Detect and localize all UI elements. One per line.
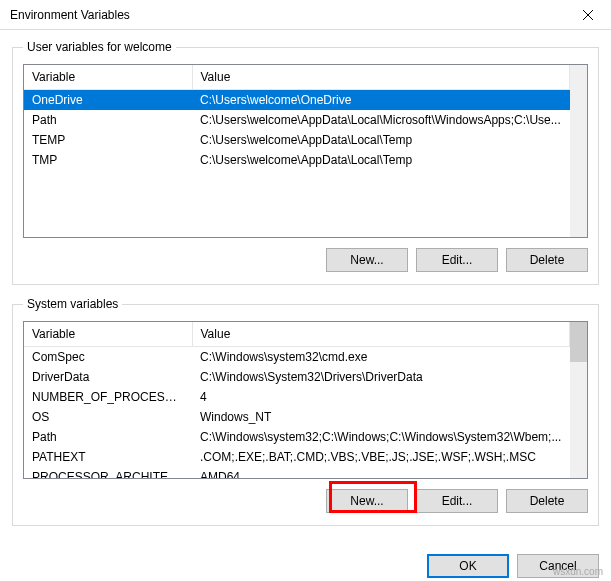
var-value: C:\Windows\System32\Drivers\DriverData — [192, 367, 570, 387]
var-name: PATHEXT — [24, 447, 192, 467]
var-value: C:\Users\welcome\OneDrive — [192, 89, 570, 110]
table-row[interactable]: Path C:\Users\welcome\AppData\Local\Micr… — [24, 110, 570, 130]
var-name: OneDrive — [24, 89, 192, 110]
watermark: wsxdn.com — [553, 566, 603, 577]
var-value: .COM;.EXE;.BAT;.CMD;.VBS;.VBE;.JS;.JSE;.… — [192, 447, 570, 467]
system-new-button[interactable]: New... — [326, 489, 408, 513]
var-name: PROCESSOR_ARCHITECTURE — [24, 467, 192, 479]
user-variables-legend: User variables for welcome — [23, 40, 176, 54]
var-value: C:\Users\welcome\AppData\Local\Temp — [192, 150, 570, 170]
var-name: OS — [24, 407, 192, 427]
close-button[interactable] — [565, 0, 611, 30]
system-variables-table[interactable]: Variable Value ComSpec C:\Windows\system… — [24, 322, 570, 478]
var-value: C:\Windows\system32;C:\Windows;C:\Window… — [192, 427, 570, 447]
user-new-button[interactable]: New... — [326, 248, 408, 272]
user-variables-group: User variables for welcome Variable Valu… — [12, 40, 599, 285]
system-delete-button[interactable]: Delete — [506, 489, 588, 513]
table-row[interactable]: NUMBER_OF_PROCESSORS 4 — [24, 387, 570, 407]
table-row[interactable]: TMP C:\Users\welcome\AppData\Local\Temp — [24, 150, 570, 170]
system-variables-group: System variables Variable Value ComSpec … — [12, 297, 599, 526]
user-button-row: New... Edit... Delete — [23, 248, 588, 272]
var-name: TMP — [24, 150, 192, 170]
table-row[interactable]: Path C:\Windows\system32;C:\Windows;C:\W… — [24, 427, 570, 447]
ok-button[interactable]: OK — [427, 554, 509, 578]
scrollbar-thumb[interactable] — [570, 322, 587, 362]
var-name: NUMBER_OF_PROCESSORS — [24, 387, 192, 407]
user-delete-button[interactable]: Delete — [506, 248, 588, 272]
user-col-variable[interactable]: Variable — [24, 65, 192, 89]
var-value: Windows_NT — [192, 407, 570, 427]
user-variables-table[interactable]: Variable Value OneDrive C:\Users\welcome… — [24, 65, 570, 170]
close-icon — [583, 10, 593, 20]
var-value: AMD64 — [192, 467, 570, 479]
var-name: ComSpec — [24, 346, 192, 367]
user-col-value[interactable]: Value — [192, 65, 570, 89]
table-row[interactable]: PATHEXT .COM;.EXE;.BAT;.CMD;.VBS;.VBE;.J… — [24, 447, 570, 467]
var-name: Path — [24, 427, 192, 447]
table-row[interactable]: OneDrive C:\Users\welcome\OneDrive — [24, 89, 570, 110]
table-row[interactable]: PROCESSOR_ARCHITECTURE AMD64 — [24, 467, 570, 479]
window-title: Environment Variables — [10, 8, 565, 22]
var-name: Path — [24, 110, 192, 130]
system-variables-table-container: Variable Value ComSpec C:\Windows\system… — [23, 321, 588, 479]
dialog-button-row: OK Cancel — [0, 548, 611, 581]
var-value: C:\Windows\system32\cmd.exe — [192, 346, 570, 367]
system-variables-legend: System variables — [23, 297, 122, 311]
user-variables-table-container: Variable Value OneDrive C:\Users\welcome… — [23, 64, 588, 238]
titlebar: Environment Variables — [0, 0, 611, 30]
var-name: TEMP — [24, 130, 192, 150]
sys-col-variable[interactable]: Variable — [24, 322, 192, 346]
var-name: DriverData — [24, 367, 192, 387]
system-edit-button[interactable]: Edit... — [416, 489, 498, 513]
var-value: 4 — [192, 387, 570, 407]
var-value: C:\Users\welcome\AppData\Local\Microsoft… — [192, 110, 570, 130]
system-scrollbar[interactable] — [570, 322, 587, 478]
table-row[interactable]: TEMP C:\Users\welcome\AppData\Local\Temp — [24, 130, 570, 150]
table-row[interactable]: OS Windows_NT — [24, 407, 570, 427]
system-button-row: New... Edit... Delete — [23, 489, 588, 513]
var-value: C:\Users\welcome\AppData\Local\Temp — [192, 130, 570, 150]
user-edit-button[interactable]: Edit... — [416, 248, 498, 272]
sys-col-value[interactable]: Value — [192, 322, 570, 346]
dialog-content: User variables for welcome Variable Valu… — [0, 30, 611, 548]
table-row[interactable]: ComSpec C:\Windows\system32\cmd.exe — [24, 346, 570, 367]
user-scrollbar[interactable] — [570, 65, 587, 237]
table-row[interactable]: DriverData C:\Windows\System32\Drivers\D… — [24, 367, 570, 387]
